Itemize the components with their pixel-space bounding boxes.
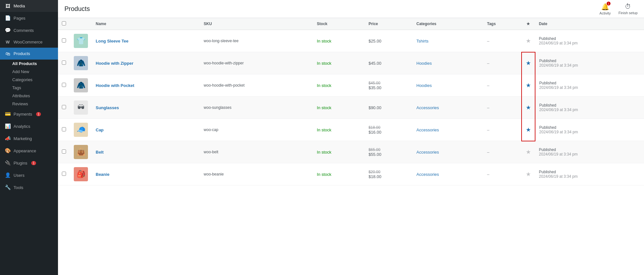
row-checkbox[interactable] (62, 38, 66, 43)
products-submenu: All Products Add New Categories Tags Att… (0, 60, 58, 108)
name-header[interactable]: Name (92, 18, 200, 30)
sidebar-item-label: Pages (14, 16, 25, 21)
row-checkbox[interactable] (62, 105, 66, 109)
sidebar-item-analytics[interactable]: 📊 Analytics (0, 120, 58, 132)
product-status: Published (539, 170, 640, 174)
featured-star-icon[interactable]: ★ (526, 82, 531, 89)
select-all-header[interactable] (58, 18, 70, 30)
activity-button[interactable]: 🔔 1 Activity (600, 3, 611, 15)
category-link[interactable]: Accessories (417, 128, 439, 132)
category-link[interactable]: Tshirts (417, 39, 429, 43)
product-stock: In stock (313, 163, 365, 185)
sidebar-item-label: Plugins (14, 161, 27, 166)
date-header[interactable]: Date (535, 18, 644, 30)
row-checkbox-cell (58, 52, 70, 74)
sidebar-sub-reviews[interactable]: Reviews (12, 100, 58, 108)
product-thumbnail: 🕶 (74, 100, 88, 115)
product-price-sale: $35.00 (369, 85, 409, 90)
category-link[interactable]: Hoodies (417, 83, 432, 88)
sidebar-sub-add-new[interactable]: Add New (12, 68, 58, 76)
product-stock: In stock (313, 141, 365, 163)
product-tags: – (483, 163, 522, 185)
sidebar-item-users[interactable]: 👤 Users (0, 169, 58, 181)
product-image-cell: 🧢 (70, 119, 92, 141)
category-link[interactable]: Accessories (417, 150, 439, 155)
product-price-original: $20.00 (369, 170, 409, 174)
product-name-link[interactable]: Cap (96, 128, 104, 132)
product-tags: – (483, 97, 522, 119)
featured-star-icon[interactable]: ★ (526, 38, 531, 44)
finish-setup-button[interactable]: ⏱ Finish setup (619, 3, 638, 15)
product-name-link[interactable]: Hoodie with Pocket (96, 83, 134, 88)
product-image-cell: 🧥 (70, 74, 92, 97)
product-name-cell: Hoodie with Pocket (92, 74, 200, 97)
sidebar-item-woocommerce[interactable]: W WooCommerce (0, 36, 58, 48)
sidebar-item-comments[interactable]: 💬 Comments (0, 24, 58, 36)
sidebar-item-marketing[interactable]: 📣 Marketing (0, 132, 58, 145)
row-checkbox[interactable] (62, 172, 66, 176)
featured-star-icon[interactable]: ★ (526, 149, 531, 155)
sidebar-item-media[interactable]: 🖼 Media (0, 0, 58, 12)
sidebar-item-label: Marketing (14, 136, 32, 141)
product-featured-cell: ★ (522, 141, 535, 163)
sidebar-sub-tags[interactable]: Tags (12, 84, 58, 92)
product-featured-cell: ★ (522, 119, 535, 141)
product-thumbnail: 👜 (74, 145, 88, 159)
product-tags: – (483, 30, 522, 52)
product-date-value: 2024/06/19 at 3:34 pm (539, 152, 640, 156)
sidebar-item-tools[interactable]: 🔧 Tools (0, 181, 58, 194)
row-checkbox[interactable] (62, 61, 66, 65)
product-stock: In stock (313, 97, 365, 119)
sidebar-item-label: Analytics (14, 124, 30, 129)
row-checkbox[interactable] (62, 149, 66, 154)
featured-star-icon[interactable]: ★ (526, 171, 531, 177)
price-header[interactable]: Price (365, 18, 413, 30)
categories-header[interactable]: Categories (413, 18, 483, 30)
sidebar-item-payments[interactable]: 💳 Payments 1 (0, 108, 58, 120)
product-status: Published (539, 81, 640, 85)
product-name-link[interactable]: Sunglasses (96, 105, 119, 110)
product-name-link[interactable]: Beanie (96, 172, 110, 177)
category-link[interactable]: Accessories (417, 105, 439, 110)
product-date: Published2024/06/19 at 3:34 pm (535, 141, 644, 163)
topbar-actions: 🔔 1 Activity ⏱ Finish setup (600, 3, 638, 15)
product-name-link[interactable]: Hoodie with Zipper (96, 61, 133, 66)
sidebar-item-plugins[interactable]: 🔌 Plugins 1 (0, 157, 58, 169)
product-name-cell: Cap (92, 119, 200, 141)
select-all-checkbox[interactable] (62, 21, 66, 25)
product-sku: woo-cap (200, 119, 313, 141)
media-icon: 🖼 (5, 3, 11, 9)
sidebar-item-products[interactable]: 🛍 Products (0, 48, 58, 60)
product-sku: woo-sunglasses (200, 97, 313, 119)
product-sku: woo-hoodie-with-pocket (200, 74, 313, 97)
featured-star-icon[interactable]: ★ (526, 60, 531, 66)
product-date: Published2024/06/19 at 3:34 pm (535, 163, 644, 185)
sidebar-item-pages[interactable]: 📄 Pages (0, 12, 58, 24)
sku-header[interactable]: SKU (200, 18, 313, 30)
featured-star-icon[interactable]: ★ (526, 127, 531, 133)
category-link[interactable]: Hoodies (417, 61, 432, 66)
sidebar-item-appearance[interactable]: 🎨 Appearance (0, 145, 58, 157)
product-name-link[interactable]: Long Sleeve Tee (96, 39, 129, 43)
featured-star-icon[interactable]: ★ (526, 104, 531, 111)
product-name-link[interactable]: Belt (96, 150, 104, 155)
category-link[interactable]: Accessories (417, 172, 439, 177)
activity-label: Activity (600, 11, 611, 15)
product-categories: Hoodies (413, 74, 483, 97)
row-checkbox[interactable] (62, 127, 66, 131)
tags-header[interactable]: Tags (483, 18, 522, 30)
sidebar-sub-attributes[interactable]: Attributes (12, 92, 58, 100)
sidebar-sub-categories[interactable]: Categories (12, 76, 58, 84)
row-checkbox[interactable] (62, 83, 66, 87)
stock-header[interactable]: Stock (313, 18, 365, 30)
product-featured-cell: ★ (522, 30, 535, 52)
page-title: Products (64, 5, 90, 13)
product-name-cell: Long Sleeve Tee (92, 30, 200, 52)
product-featured-cell: ★ (522, 52, 535, 74)
featured-header[interactable]: ★ (522, 18, 535, 30)
product-stock: In stock (313, 52, 365, 74)
product-date: Published2024/06/19 at 3:34 pm (535, 30, 644, 52)
analytics-icon: 📊 (5, 123, 11, 129)
sidebar-sub-all-products[interactable]: All Products (12, 60, 58, 68)
product-thumbnail: 👕 (74, 34, 88, 48)
